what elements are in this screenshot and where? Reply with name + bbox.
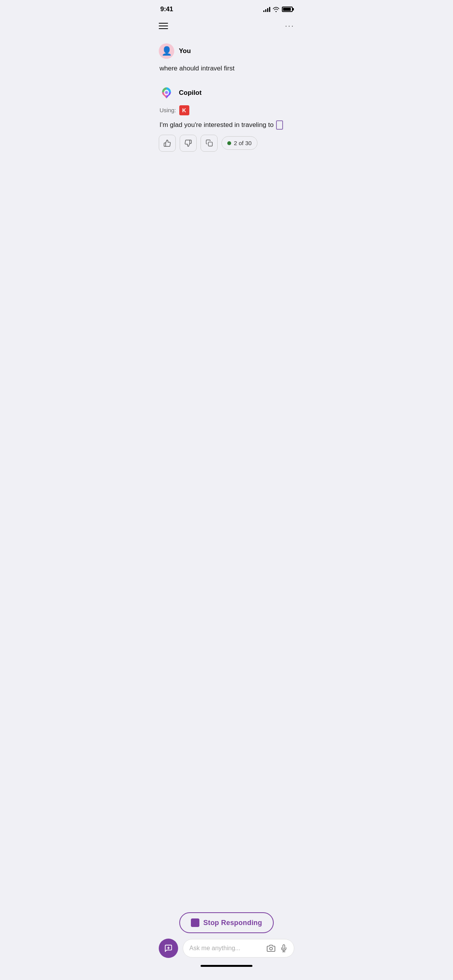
using-label: Using: [160, 107, 176, 113]
counter-badge[interactable]: 2 of 30 [221, 136, 257, 150]
menu-button[interactable] [159, 23, 168, 29]
battery-icon [282, 7, 293, 12]
counter-dot [227, 141, 231, 145]
svg-rect-3 [208, 142, 212, 146]
user-message-text: where ahould intravel first [159, 63, 294, 74]
user-message-header: 👤 You [159, 43, 294, 59]
chat-container: 👤 You where ahould intravel first [151, 36, 302, 206]
copilot-avatar [159, 85, 174, 101]
user-message-block: 👤 You where ahould intravel first [159, 43, 294, 74]
svg-point-2 [165, 91, 168, 94]
thumbs-up-button[interactable] [159, 135, 176, 152]
wifi-icon [273, 7, 280, 12]
user-sender-name: You [179, 47, 191, 55]
nav-bar: ··· [151, 16, 302, 36]
copilot-message-header: Copilot [159, 85, 294, 101]
copilot-message-block: Copilot Using: K I'm glad you're interes… [159, 85, 294, 152]
status-time: 9:41 [160, 5, 173, 13]
counter-text: 2 of 30 [234, 140, 252, 146]
thumbs-down-button[interactable] [180, 135, 197, 152]
k-badge: K [179, 105, 189, 115]
user-avatar: 👤 [159, 43, 174, 59]
user-avatar-icon: 👤 [161, 46, 172, 56]
copilot-response-text: I'm glad you're interested in traveling … [159, 120, 294, 130]
status-bar: 9:41 [151, 0, 302, 16]
copilot-sender-name: Copilot [179, 89, 202, 97]
copy-button[interactable] [201, 135, 218, 152]
more-button[interactable]: ··· [285, 21, 294, 31]
signal-icon [263, 7, 270, 12]
action-row: 2 of 30 [159, 135, 294, 152]
status-icons [263, 7, 293, 12]
using-row: Using: K [159, 105, 294, 115]
loading-cursor [276, 120, 283, 130]
copilot-logo-icon [159, 86, 174, 100]
